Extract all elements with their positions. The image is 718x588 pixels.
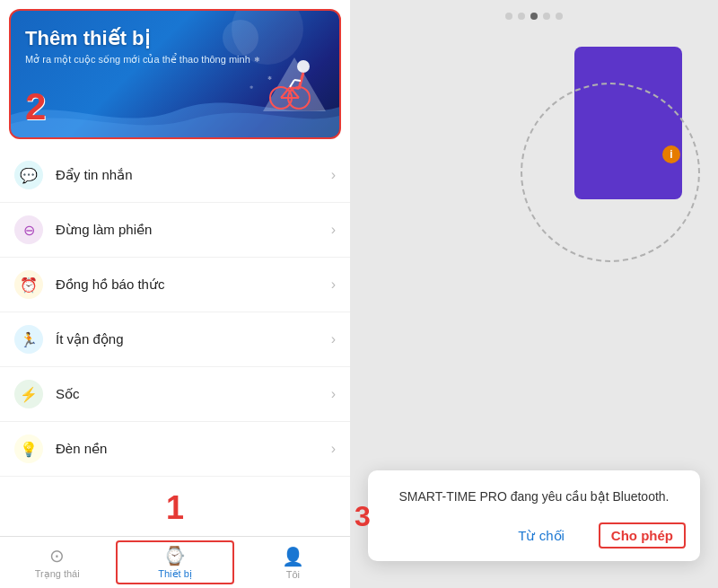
dot-5 [556, 13, 563, 20]
dot-3 [530, 13, 538, 20]
step-number-3: 3 [355, 499, 371, 532]
svg-text:❄: ❄ [250, 84, 253, 90]
menu-label-shock: Sốc [56, 386, 331, 402]
dot-2 [518, 13, 525, 20]
right-panel: i SMART-TIME PRO đang yêu cầu bật Blueto… [350, 0, 718, 588]
bottom-nav: ⊙ Trạng thái ⌚ Thiết bị 👤 Tôi [0, 536, 350, 588]
status-nav-icon: ⊙ [49, 545, 65, 566]
decline-button[interactable]: Từ chối [511, 524, 572, 548]
menu-item-push-notification[interactable]: 💬 Đẩy tin nhắn › [0, 148, 350, 203]
menu-item-do-not-disturb[interactable]: ⊖ Đừng làm phiền › [0, 203, 350, 258]
svg-text:❄: ❄ [254, 56, 260, 64]
nav-status-label: Trạng thái [35, 568, 80, 580]
allow-button[interactable]: Cho phép [599, 522, 686, 549]
nav-profile[interactable]: 👤 Tôi [236, 537, 350, 588]
dot-4 [543, 13, 550, 20]
less-movement-icon: 🏃 [14, 325, 43, 354]
banner-step-number: 2 [25, 85, 46, 128]
dialog-text: SMART-TIME PRO đang yêu cầu bật Bluetoot… [382, 488, 686, 506]
menu-item-alarm[interactable]: ⏰ Đồng hồ báo thức › [0, 258, 350, 312]
svg-text:❄: ❄ [267, 75, 272, 81]
device-nav-icon: ⌚ [163, 545, 186, 566]
backlight-icon: 💡 [14, 434, 43, 463]
shock-icon: ⚡ [14, 380, 43, 408]
chevron-icon-movement: › [331, 331, 336, 347]
dialog-buttons: Từ chối Cho phép [382, 522, 686, 549]
dashed-circle-decoration [521, 83, 700, 262]
nav-device-label: Thiết bị [158, 568, 192, 580]
chevron-icon-alarm: › [331, 276, 336, 293]
nav-status[interactable]: ⊙ Trạng thái [0, 537, 114, 588]
profile-nav-icon: 👤 [282, 546, 304, 567]
nav-profile-label: Tôi [286, 569, 300, 580]
menu-list: 💬 Đẩy tin nhắn › ⊖ Đừng làm phiền › ⏰ Đồ… [0, 148, 350, 536]
menu-label-alarm: Đồng hồ báo thức [56, 276, 331, 293]
info-icon: i [662, 145, 680, 163]
menu-item-less-movement[interactable]: 🏃 Ít vận động › [0, 312, 350, 367]
add-device-banner[interactable]: Thêm thiết bị Mở ra một cuộc sống mới củ… [9, 9, 341, 139]
do-not-disturb-icon: ⊖ [14, 215, 43, 244]
menu-label-less-movement: Ít vận động [56, 331, 331, 347]
menu-label-backlight: Đèn nền [56, 441, 331, 457]
push-notification-icon: 💬 [14, 161, 43, 189]
nav-device[interactable]: ⌚ Thiết bị [116, 540, 233, 584]
dots-indicator [505, 0, 563, 29]
menu-label-do-not-disturb: Đừng làm phiền [56, 222, 331, 238]
left-panel: Thêm thiết bị Mở ra một cuộc sống mới củ… [0, 0, 350, 588]
chevron-icon-dnd: › [331, 222, 336, 238]
dot-1 [505, 13, 512, 20]
banner-cyclist-icon: ❄ ❄ ❄ [245, 39, 326, 124]
alarm-icon: ⏰ [14, 270, 43, 299]
bluetooth-dialog: SMART-TIME PRO đang yêu cầu bật Bluetoot… [368, 470, 700, 561]
menu-label-push-notification: Đẩy tin nhắn [56, 167, 331, 183]
menu-item-backlight[interactable]: 💡 Đèn nền › [0, 422, 350, 477]
chevron-icon-shock: › [331, 386, 336, 402]
menu-item-shock[interactable]: ⚡ Sốc › [0, 367, 350, 422]
chevron-icon-backlight: › [331, 441, 336, 457]
svg-line-10 [294, 80, 301, 81]
chevron-icon-push: › [331, 167, 336, 183]
svg-point-1 [297, 60, 310, 73]
